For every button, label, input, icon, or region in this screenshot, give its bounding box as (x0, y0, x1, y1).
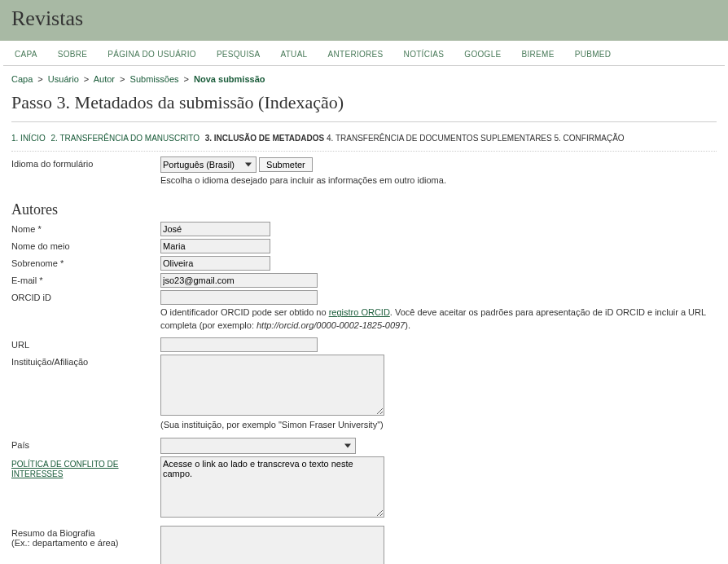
submission-steps: 1. INÍCIO 2. TRANSFERÊNCIA DO MANUSCRITO… (11, 130, 717, 152)
crumb-capa[interactable]: Capa (11, 74, 33, 84)
bio-textarea[interactable] (160, 526, 384, 564)
nav-sobre[interactable]: SOBRE (58, 50, 88, 59)
url-input[interactable] (160, 337, 318, 352)
nome-label: Nome * (11, 222, 160, 234)
pais-label: País (11, 438, 160, 450)
nav-bireme[interactable]: BIREME (522, 50, 555, 59)
crumb-usuario[interactable]: Usuário (48, 74, 79, 84)
breadcrumb: Capa > Usuário > Autor > Submissões > No… (11, 71, 717, 90)
orcid-note: O identificador ORCID pode ser obtido no… (160, 306, 717, 332)
crumb-submissoes[interactable]: Submissões (130, 74, 179, 84)
form-language-row: Idioma do formulário Português (Brasil) … (11, 156, 717, 190)
afiliacao-textarea[interactable] (160, 355, 384, 416)
nav-anteriores[interactable]: ANTERIORES (328, 50, 384, 59)
conflito-textarea[interactable]: Acesse o link ao lado e transcreva o tex… (160, 456, 384, 518)
step-2[interactable]: 2. TRANSFERÊNCIA DO MANUSCRITO (50, 134, 199, 143)
orcid-register-link[interactable]: registro ORCID (329, 307, 390, 317)
meio-label: Nome do meio (11, 239, 160, 251)
afiliacao-label: Instituição/Afiliação (11, 355, 160, 367)
page-header: Revistas (0, 0, 728, 41)
email-input[interactable] (160, 273, 318, 288)
step-1[interactable]: 1. INÍCIO (11, 134, 46, 143)
sobrenome-input[interactable] (160, 256, 270, 271)
nav-capa[interactable]: CAPA (15, 50, 37, 59)
conflito-link[interactable]: POLÍTICA DE CONFLITO DE INTERESSES (11, 460, 119, 478)
form-language-label: Idioma do formulário (11, 156, 160, 169)
main-nav: CAPA SOBRE PÁGINA DO USUÁRIO PESQUISA AT… (3, 41, 725, 66)
meio-input[interactable] (160, 239, 270, 253)
site-title: Revistas (11, 7, 717, 31)
page-title: Passo 3. Metadados da submissão (Indexaç… (11, 92, 717, 122)
form-language-note: Escolha o idioma desejado para incluir a… (160, 174, 717, 187)
nav-pagina-usuario[interactable]: PÁGINA DO USUÁRIO (107, 50, 195, 59)
orcid-label: ORCID iD (11, 290, 160, 302)
sobrenome-label: Sobrenome * (11, 256, 160, 268)
nav-atual[interactable]: ATUAL (280, 50, 307, 59)
crumb-autor[interactable]: Autor (94, 74, 115, 84)
crumb-current: Nova submissão (194, 74, 265, 84)
pais-select[interactable] (160, 438, 356, 454)
nav-pesquisa[interactable]: PESQUISA (217, 50, 261, 59)
afiliacao-hint: (Sua instituição, por exemplo "Simon Fra… (160, 419, 717, 431)
bio-label: Resumo da Biografia (Ex.: departamento e… (11, 526, 160, 548)
nav-noticias[interactable]: NOTÍCIAS (404, 50, 445, 59)
step-5: 5. CONFIRMAÇÃO (554, 134, 624, 143)
url-label: URL (11, 337, 160, 350)
email-label: E-mail * (11, 273, 160, 285)
nome-input[interactable] (160, 222, 270, 236)
nav-google[interactable]: GOOGLE (464, 50, 501, 59)
form-language-select[interactable]: Português (Brasil) (160, 156, 257, 173)
main-content: Capa > Usuário > Autor > Submissões > No… (0, 66, 728, 564)
step-3: 3. INCLUSÃO DE METADADOS (205, 134, 325, 143)
form-language-submit[interactable]: Submeter (259, 157, 313, 172)
orcid-input[interactable] (160, 290, 318, 305)
authors-heading: Autores (11, 201, 717, 218)
step-4: 4. TRANSFERÊNCIA DE DOCUMENTOS SUPLEMENT… (327, 134, 552, 143)
nav-pubmed[interactable]: PUBMED (575, 50, 612, 59)
